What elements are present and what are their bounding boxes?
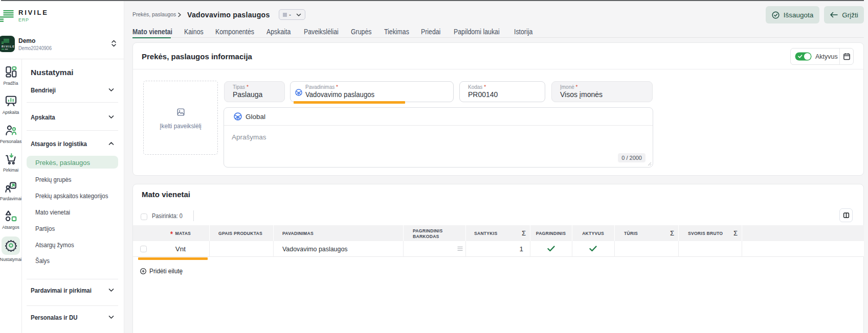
svg-text:RIVILE: RIVILE: [2, 45, 15, 48]
